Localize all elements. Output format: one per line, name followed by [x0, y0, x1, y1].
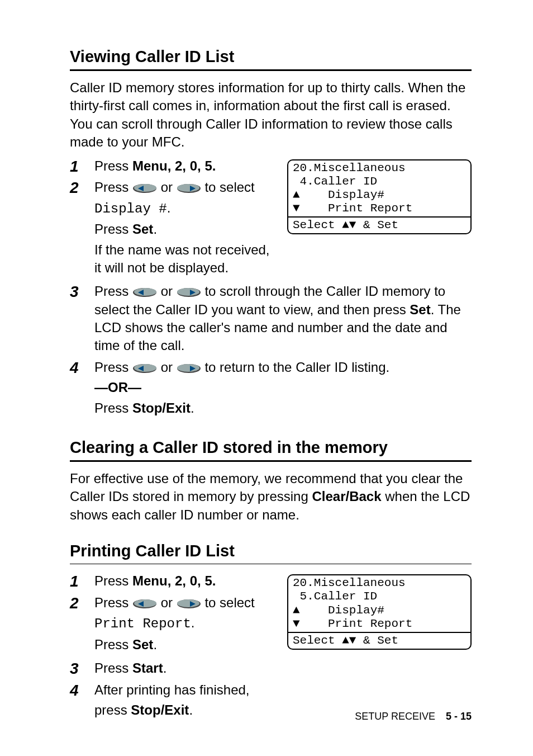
lcd-line: ▼ Print Report: [293, 617, 466, 631]
svg-point-22: [177, 599, 199, 607]
stop-exit-key: Stop/Exit: [131, 702, 189, 717]
nav-left-icon: [132, 599, 157, 609]
nav-right-icon: [177, 599, 201, 609]
text: or: [161, 284, 177, 299]
up-triangle-icon: ▲: [342, 219, 349, 231]
set-key: Set: [410, 302, 430, 317]
set-key: Set: [132, 221, 153, 237]
text: Press: [94, 595, 132, 610]
lcd-text: Display#: [300, 188, 384, 201]
lcd-text: & Set: [356, 219, 398, 231]
svg-point-7: [134, 288, 156, 296]
lcd-screen-2: 20.Miscellaneous 5.Caller ID ▲ Display# …: [287, 574, 472, 650]
text: to select: [204, 595, 254, 610]
nav-right-icon: [177, 287, 201, 297]
clear-back-key: Clear/Back: [312, 489, 381, 504]
menu-key: Menu: [132, 573, 168, 588]
down-triangle-icon: ▼: [293, 202, 300, 215]
text: .: [191, 400, 194, 415]
start-key: Start: [132, 660, 163, 675]
lcd-screen-1: 20.Miscellaneous 4.Caller ID ▲ Display# …: [287, 159, 472, 235]
up-triangle-icon: ▲: [293, 188, 300, 201]
step-number: 2: [70, 594, 94, 612]
section2-title: Clearing a Caller ID stored in the memor…: [70, 438, 472, 457]
lcd-line: ▲ Display#: [293, 604, 466, 617]
lcd-line: ▼ Print Report: [293, 202, 466, 215]
lcd-option: Display #: [94, 201, 167, 216]
text: Press: [94, 179, 132, 195]
or-divider: —OR—: [94, 380, 141, 395]
text: to select: [204, 179, 254, 195]
text: Press: [94, 284, 132, 299]
text: to return to the Caller ID listing.: [204, 360, 389, 375]
lcd-line: 4.Caller ID: [293, 175, 466, 188]
s1-step4: 4 Press or to return to the Caller ID li…: [70, 358, 472, 419]
text: or: [161, 595, 177, 610]
text: Press: [94, 158, 132, 173]
svg-point-19: [134, 599, 156, 607]
lcd-option: Print Report: [94, 616, 191, 631]
menu-key: Menu: [132, 158, 168, 173]
lcd-text: Select: [293, 219, 342, 231]
footer-label: SETUP RECEIVE: [355, 711, 435, 722]
svg-point-10: [177, 288, 199, 296]
lcd-line: 20.Miscellaneous: [293, 162, 466, 175]
text: .: [153, 221, 157, 237]
note-text: If the name was not received, it will no…: [94, 241, 274, 277]
svg-point-4: [177, 184, 199, 192]
s1-step3: 3 Press or to scroll through the Caller …: [70, 282, 472, 355]
lcd-text: Print Report: [300, 617, 413, 630]
page-footer: SETUP RECEIVE 5 - 15: [355, 711, 472, 722]
key-sequence: , 2, 0, 5.: [168, 573, 216, 588]
text: press: [94, 702, 131, 717]
lcd-footer: Select ▲▼ & Set: [288, 632, 470, 649]
text: Press: [94, 400, 132, 415]
step-number: 3: [70, 282, 94, 301]
nav-right-icon: [177, 363, 201, 374]
nav-left-icon: [132, 287, 157, 297]
section1-title: Viewing Caller ID List: [70, 48, 472, 66]
text: .: [189, 702, 193, 717]
lcd-text: Print Report: [300, 202, 413, 215]
section1-rule: [70, 69, 472, 71]
nav-right-icon: [177, 183, 201, 193]
step-number: 4: [70, 681, 94, 700]
step-number: 2: [70, 178, 94, 197]
text: .: [191, 615, 195, 630]
up-triangle-icon: ▲: [293, 604, 300, 617]
page-number: 5 - 15: [446, 711, 472, 722]
up-triangle-icon: ▲: [342, 634, 349, 647]
text: Press: [94, 660, 132, 675]
text: Press: [94, 637, 132, 652]
stop-exit-key: Stop/Exit: [132, 400, 191, 415]
key-sequence: , 2, 0, 5.: [168, 158, 216, 173]
text: .: [163, 660, 167, 675]
section3-rule: [70, 564, 472, 564]
nav-left-icon: [132, 183, 157, 193]
down-triangle-icon: ▼: [293, 617, 300, 630]
down-triangle-icon: ▼: [349, 634, 356, 647]
text: or: [161, 179, 177, 195]
section1-intro: Caller ID memory stores information for …: [70, 79, 472, 152]
section2-para: For effective use of the memory, we reco…: [70, 470, 472, 524]
lcd-footer: Select ▲▼ & Set: [288, 216, 470, 233]
s3-step3: 3 Press Start.: [70, 659, 274, 678]
text: After printing has finished,: [94, 681, 274, 699]
section3-title: Printing Caller ID List: [70, 542, 472, 560]
svg-point-13: [134, 364, 156, 372]
text: .: [153, 637, 157, 652]
lcd-line: 20.Miscellaneous: [293, 577, 466, 590]
text: or: [161, 360, 177, 375]
s1-step1: 1 Press Menu, 2, 0, 5.: [70, 157, 274, 176]
step-number: 1: [70, 572, 94, 590]
text: Press: [94, 221, 132, 237]
lcd-line: 5.Caller ID: [293, 590, 466, 603]
down-triangle-icon: ▼: [349, 219, 356, 231]
lcd-text: Display#: [300, 604, 384, 617]
step-number: 1: [70, 157, 94, 176]
step-number: 4: [70, 358, 94, 377]
svg-point-1: [134, 184, 156, 192]
step-number: 3: [70, 659, 94, 678]
lcd-text: Select: [293, 634, 342, 647]
svg-point-16: [177, 364, 199, 372]
